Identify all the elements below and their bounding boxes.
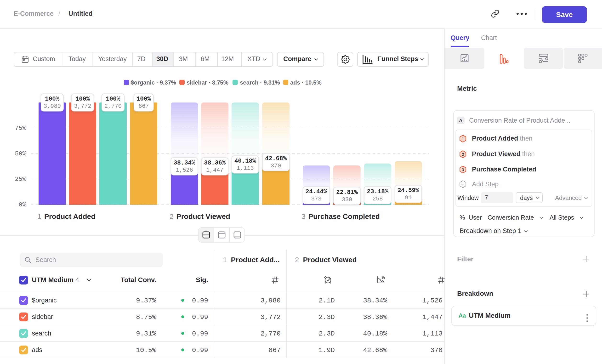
svg-text:%: % [382,275,385,279]
svg-text:2: 2 [462,152,464,157]
svg-text:1: 1 [462,137,464,141]
svg-text:3: 3 [462,168,464,172]
